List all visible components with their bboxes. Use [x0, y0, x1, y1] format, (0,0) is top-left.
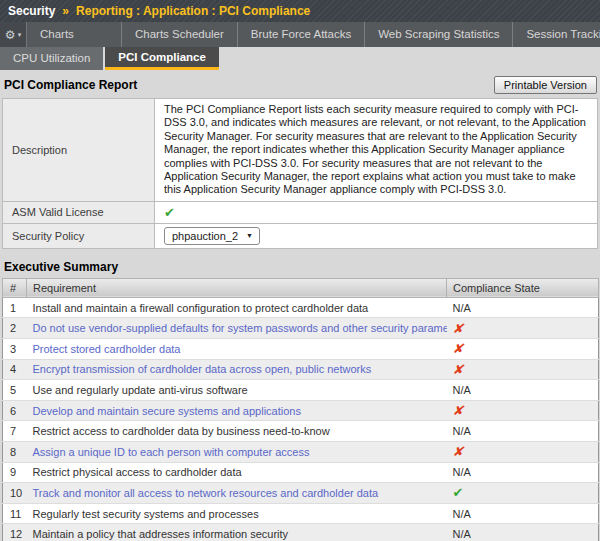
description-text: The PCI Compliance Report lists each sec… [155, 99, 598, 202]
tab-pci-compliance[interactable]: PCI Compliance [105, 47, 219, 70]
requirement-link[interactable]: Track and monitor all access to network … [33, 487, 379, 499]
tab-charts[interactable]: Charts [27, 22, 122, 47]
valid-license-check-icon: ✔ [164, 205, 175, 220]
summary-row: 9Restrict physical access to cardholder … [3, 462, 599, 483]
summary-row: 7Restrict access to cardholder data by b… [3, 421, 599, 442]
tab-charts-scheduler[interactable]: Charts Scheduler [122, 22, 238, 47]
requirement-text: Restrict access to cardholder data by bu… [33, 425, 330, 437]
requirement-number: 3 [3, 339, 27, 360]
requirement-text: Restrict physical access to cardholder d… [33, 466, 242, 478]
requirement-number: 12 [3, 524, 27, 541]
security-policy-selected-value: phpauction_2 [172, 230, 238, 242]
col-header-number: # [3, 278, 27, 297]
security-policy-label: Security Policy [3, 223, 155, 248]
requirement-text: Maintain a policy that addresses informa… [33, 528, 289, 540]
compliance-fail-x-icon: ✘ [453, 362, 464, 377]
summary-row: 11Regularly test security systems and pr… [3, 503, 599, 524]
primary-tab-bar: ⚙ ▾ ChartsCharts SchedulerBrute Force At… [0, 22, 600, 47]
requirement-link[interactable]: Do not use vendor-supplied defaults for … [33, 322, 447, 334]
compliance-pass-check-icon: ✔ [453, 485, 464, 500]
compliance-state-na: N/A [453, 425, 471, 437]
compliance-state-na: N/A [453, 528, 471, 540]
summary-header-row: # Requirement Compliance State [3, 278, 599, 297]
summary-row: 10Track and monitor all access to networ… [3, 483, 599, 504]
tab-session-tracking-status[interactable]: Session Tracking Status [513, 22, 600, 47]
breadcrumb-path: Reporting : Application : PCI Compliance [76, 4, 310, 18]
compliance-fail-x-icon: ✘ [453, 341, 464, 356]
col-header-compliance-state: Compliance State [447, 278, 599, 297]
secondary-tab-bar: CPU UtilizationPCI Compliance [0, 47, 600, 70]
printable-version-button[interactable]: Printable Version [494, 76, 597, 94]
tab-cpu-utilization[interactable]: CPU Utilization [0, 47, 103, 70]
requirement-text: Regularly test security systems and proc… [33, 508, 259, 520]
compliance-fail-x-icon: ✘ [453, 321, 464, 336]
breadcrumb-separator-icon: » [62, 4, 69, 18]
asm-license-label: ASM Valid License [3, 201, 155, 223]
requirement-link[interactable]: Develop and maintain secure systems and … [33, 405, 301, 417]
gear-icon: ⚙ [5, 29, 16, 41]
summary-row: 2Do not use vendor-supplied defaults for… [3, 318, 599, 339]
summary-title: Executive Summary [4, 260, 597, 274]
requirement-link[interactable]: Encrypt transmission of cardholder data … [33, 363, 372, 375]
pci-report-table: Description The PCI Compliance Report li… [2, 98, 598, 249]
secondary-tabs: CPU UtilizationPCI Compliance [0, 47, 221, 70]
chevron-down-icon: ▾ [18, 31, 22, 38]
summary-section-header: Executive Summary [2, 249, 598, 278]
requirement-number: 6 [3, 400, 27, 421]
description-label: Description [3, 99, 155, 202]
description-row: Description The PCI Compliance Report li… [3, 99, 598, 202]
requirement-number: 4 [3, 359, 27, 380]
tab-web-scraping-statistics[interactable]: Web Scraping Statistics [365, 22, 513, 47]
summary-row: 5Use and regularly update anti-virus sof… [3, 380, 599, 401]
summary-row: 3Protect stored cardholder data✘ [3, 339, 599, 360]
requirement-number: 7 [3, 421, 27, 442]
security-policy-row: Security Policy phpauction_2 ▼ [3, 223, 598, 248]
requirement-number: 8 [3, 442, 27, 463]
col-header-requirement: Requirement [27, 278, 447, 297]
gear-menu-button[interactable]: ⚙ ▾ [0, 22, 27, 47]
breadcrumb: Security » Reporting : Application : PCI… [0, 0, 600, 22]
asm-license-row: ASM Valid License ✔ [3, 201, 598, 223]
page-content: PCI Compliance Report Printable Version … [0, 70, 600, 541]
compliance-state-na: N/A [453, 466, 471, 478]
compliance-fail-x-icon: ✘ [453, 444, 464, 459]
report-title: PCI Compliance Report [4, 78, 137, 92]
requirement-text: Use and regularly update anti-virus soft… [33, 384, 248, 396]
primary-tabs: ChartsCharts SchedulerBrute Force Attack… [27, 22, 600, 47]
summary-row: 8Assign a unique ID to each person with … [3, 442, 599, 463]
select-caret-icon: ▼ [246, 232, 253, 239]
requirement-number: 2 [3, 318, 27, 339]
tab-brute-force-attacks[interactable]: Brute Force Attacks [238, 22, 365, 47]
summary-row: 1Install and maintain a firewall configu… [3, 297, 599, 318]
requirement-number: 9 [3, 462, 27, 483]
requirement-link[interactable]: Protect stored cardholder data [33, 343, 181, 355]
requirement-text: Install and maintain a firewall configur… [33, 302, 369, 314]
breadcrumb-section[interactable]: Security [8, 4, 55, 18]
requirement-number: 10 [3, 483, 27, 504]
requirement-number: 5 [3, 380, 27, 401]
report-section-header: PCI Compliance Report Printable Version [2, 70, 598, 98]
requirement-link[interactable]: Assign a unique ID to each person with c… [33, 446, 310, 458]
compliance-state-na: N/A [453, 508, 471, 520]
compliance-state-na: N/A [453, 384, 471, 396]
requirement-number: 11 [3, 503, 27, 524]
security-policy-select[interactable]: phpauction_2 ▼ [164, 227, 260, 245]
compliance-state-na: N/A [453, 302, 471, 314]
summary-row: 12Maintain a policy that addresses infor… [3, 524, 599, 541]
executive-summary-table: # Requirement Compliance State 1Install … [2, 278, 599, 541]
summary-row: 4Encrypt transmission of cardholder data… [3, 359, 599, 380]
summary-row: 6Develop and maintain secure systems and… [3, 400, 599, 421]
compliance-fail-x-icon: ✘ [453, 403, 464, 418]
requirement-number: 1 [3, 297, 27, 318]
